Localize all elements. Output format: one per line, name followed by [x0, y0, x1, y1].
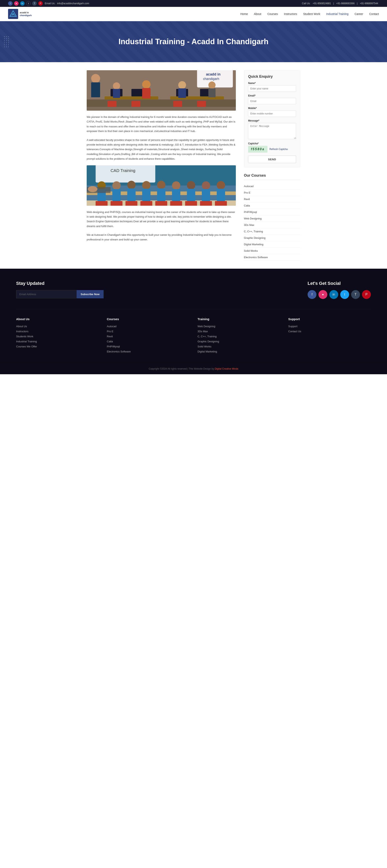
footer-support-title: Support — [288, 317, 371, 321]
svg-rect-57 — [155, 201, 167, 206]
footer-about-link[interactable]: Industrial Training — [16, 340, 99, 343]
top-linkedin-icon[interactable]: in — [20, 1, 25, 6]
send-button[interactable]: SEND — [248, 156, 296, 163]
nav-instructors[interactable]: Instructors — [284, 11, 297, 17]
footer-training-link[interactable]: C, C++, Training — [198, 335, 280, 338]
footer-columns: About Us About UsInstructorsStudents Wor… — [16, 309, 371, 355]
svg-rect-17 — [178, 88, 186, 98]
svg-rect-59 — [185, 201, 197, 206]
our-courses-sidebar: Our Courses AutocadPro ERevitCatiaPHP/My… — [244, 174, 300, 260]
footer-training-link[interactable]: 3Ds Max — [198, 330, 280, 333]
course-item[interactable]: Electronics Software — [244, 254, 300, 260]
footer-tumblr-icon[interactable]: T — [351, 290, 360, 299]
svg-point-49 — [217, 181, 225, 189]
phone-sep1: | — [333, 2, 335, 5]
name-input[interactable] — [248, 85, 296, 92]
mobile-label: Mobile* — [248, 107, 296, 110]
mobile-input[interactable] — [248, 111, 296, 117]
svg-rect-23 — [108, 101, 116, 107]
top-twitter-icon[interactable]: t — [26, 1, 31, 6]
footer-support-col: Support SupportContact Us — [288, 317, 371, 355]
course-item[interactable]: Digital Marketing — [244, 241, 300, 248]
course-item[interactable]: Autocad — [244, 183, 300, 190]
captcha-label: Captcha* — [248, 142, 296, 145]
classroom-image: acadd in chandigarh — [87, 70, 236, 111]
svg-point-12 — [113, 82, 120, 90]
svg-rect-58 — [170, 201, 182, 206]
svg-rect-38 — [127, 188, 135, 201]
our-courses-title: Our Courses — [244, 174, 300, 180]
footer-about-link[interactable]: Courses We Offer — [16, 345, 99, 348]
nav-about[interactable]: About — [254, 11, 261, 17]
email-input[interactable] — [248, 98, 296, 104]
top-facebook-icon[interactable]: f — [8, 1, 12, 6]
svg-rect-25 — [173, 101, 182, 107]
svg-point-47 — [202, 181, 210, 190]
refresh-captcha-btn[interactable]: Refresh Captcha — [270, 148, 288, 151]
course-item[interactable]: Revit — [244, 196, 300, 203]
svg-point-45 — [187, 181, 195, 189]
footer-courses-link[interactable]: Revit — [107, 335, 189, 338]
svg-rect-48 — [202, 189, 210, 201]
footer-support-link[interactable]: Contact Us — [288, 330, 371, 333]
subscribe-button[interactable]: Subscribe Now — [77, 290, 104, 298]
footer-linkedin-icon[interactable]: in — [329, 290, 338, 299]
footer-about-link[interactable]: About Us — [16, 325, 99, 328]
top-tumblr-icon[interactable]: T — [32, 1, 37, 6]
message-group: Message* — [248, 119, 296, 140]
captcha-group: Captcha* f5580a Refresh Captcha — [248, 142, 296, 153]
course-item[interactable]: Graphic Designing — [244, 235, 300, 241]
footer-training-link[interactable]: Graphic Designing — [198, 340, 280, 343]
course-item[interactable]: 3Ds Max — [244, 222, 300, 228]
name-label: Name* — [248, 82, 296, 85]
nav-student-work[interactable]: Student Work — [303, 11, 320, 17]
course-item[interactable]: Pro E — [244, 190, 300, 196]
course-item[interactable]: Solid Works — [244, 248, 300, 254]
footer-training-link[interactable]: Digital Marketing — [198, 350, 280, 353]
nav-courses[interactable]: Courses — [267, 11, 278, 17]
footer-pinterest-icon[interactable]: P — [362, 290, 371, 299]
phone3: +91-9988997544 — [360, 2, 378, 5]
svg-point-37 — [127, 181, 135, 189]
top-instagram-icon[interactable]: ● — [14, 1, 19, 6]
logo[interactable]: acadd in chandigarh — [8, 9, 32, 19]
course-item[interactable]: Web Designing — [244, 215, 300, 222]
message-textarea[interactable] — [248, 123, 296, 139]
newsletter-title: Stay Updated — [16, 281, 104, 286]
newsletter-email-input[interactable] — [16, 290, 77, 298]
nav-home[interactable]: Home — [240, 11, 248, 17]
course-item[interactable]: Catia — [244, 203, 300, 209]
footer-facebook-icon[interactable]: f — [308, 290, 316, 299]
nav-contact[interactable]: Contact — [369, 11, 379, 17]
nav-career[interactable]: Career — [355, 11, 363, 17]
footer-newsletter: Stay Updated Subscribe Now Let's Get Soc… — [0, 269, 387, 363]
nav-industrial-training[interactable]: Industrial Training — [326, 11, 349, 17]
content-para3: Web designing and PHP/SQL courses as ind… — [87, 210, 236, 229]
svg-point-43 — [172, 181, 180, 190]
footer-courses-link[interactable]: Electronics Software — [107, 350, 189, 353]
footer-about-link[interactable]: Students Work — [16, 335, 99, 338]
social-title: Let's Get Social — [308, 281, 371, 286]
footer-training-link[interactable]: Web Designing — [198, 325, 280, 328]
footer-courses-link[interactable]: Catia — [107, 340, 189, 343]
footer-support-link[interactable]: Support — [288, 325, 371, 328]
footer-courses-link[interactable]: Autocad — [107, 325, 189, 328]
content-right: Quick Enquiry Name* Email* Mobile* Messa… — [244, 70, 300, 260]
course-item[interactable]: PHP/Mysql — [244, 209, 300, 215]
svg-rect-54 — [110, 201, 122, 206]
design-credit-link[interactable]: Digital Creative Minds — [215, 367, 238, 370]
footer-courses-link[interactable]: PHP/Mysql — [107, 345, 189, 348]
footer-courses-link[interactable]: Pro E — [107, 330, 189, 333]
svg-point-0 — [12, 13, 14, 14]
footer-twitter-icon[interactable]: t — [340, 290, 349, 299]
message-label: Message* — [248, 119, 296, 122]
footer-support-links: SupportContact Us — [288, 325, 371, 333]
footer-about-link[interactable]: Instructors — [16, 330, 99, 333]
svg-rect-24 — [132, 101, 140, 107]
svg-rect-19 — [208, 88, 216, 97]
course-item[interactable]: C, C++, Training — [244, 228, 300, 235]
svg-rect-13 — [113, 89, 120, 98]
footer-instagram-icon[interactable]: ● — [318, 290, 327, 299]
footer-training-link[interactable]: Solid Works — [198, 345, 280, 348]
top-pinterest-icon[interactable]: P — [38, 1, 43, 6]
